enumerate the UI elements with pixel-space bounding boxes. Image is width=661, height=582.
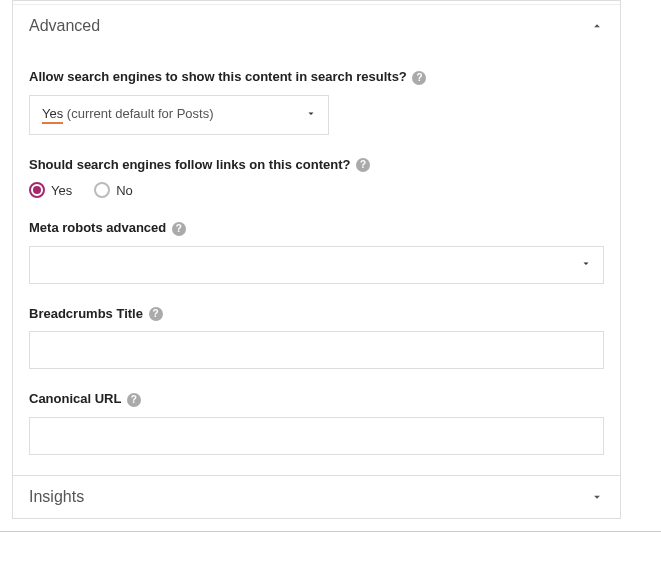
insights-section-header[interactable]: Insights <box>13 476 620 518</box>
advanced-section-body: Allow search engines to show this conten… <box>13 69 620 475</box>
allow-search-value-suffix: (current default for Posts) <box>63 106 213 121</box>
chevron-up-icon <box>590 19 604 33</box>
follow-links-yes-label: Yes <box>51 183 72 198</box>
follow-links-label: Should search engines follow links on th… <box>29 157 604 173</box>
follow-links-radio-group: Yes No <box>29 182 604 198</box>
help-icon[interactable]: ? <box>172 222 186 236</box>
breadcrumbs-input[interactable] <box>29 331 604 369</box>
follow-links-no-label: No <box>116 183 133 198</box>
allow-search-value-yes: Yes <box>42 106 63 124</box>
follow-links-radio-yes[interactable]: Yes <box>29 182 72 198</box>
help-icon[interactable]: ? <box>127 393 141 407</box>
allow-search-label: Allow search engines to show this conten… <box>29 69 604 85</box>
follow-links-radio-no[interactable]: No <box>94 182 133 198</box>
meta-robots-label: Meta robots advanced ? <box>29 220 604 236</box>
breadcrumbs-label: Breadcrumbs Title ? <box>29 306 604 322</box>
meta-robots-select-wrap <box>29 246 604 284</box>
help-icon[interactable]: ? <box>149 307 163 321</box>
canonical-label: Canonical URL ? <box>29 391 604 407</box>
allow-search-select-wrap: Yes (current default for Posts) <box>29 95 329 135</box>
radio-visual-unchecked <box>94 182 110 198</box>
canonical-input[interactable] <box>29 417 604 455</box>
advanced-title: Advanced <box>29 17 100 35</box>
radio-visual-checked <box>29 182 45 198</box>
allow-search-select[interactable]: Yes (current default for Posts) <box>29 95 329 135</box>
insights-title: Insights <box>29 488 84 506</box>
help-icon[interactable]: ? <box>356 158 370 172</box>
advanced-section-header[interactable]: Advanced <box>13 5 620 47</box>
chevron-down-icon <box>590 490 604 504</box>
help-icon[interactable]: ? <box>412 71 426 85</box>
meta-robots-select[interactable] <box>29 246 604 284</box>
